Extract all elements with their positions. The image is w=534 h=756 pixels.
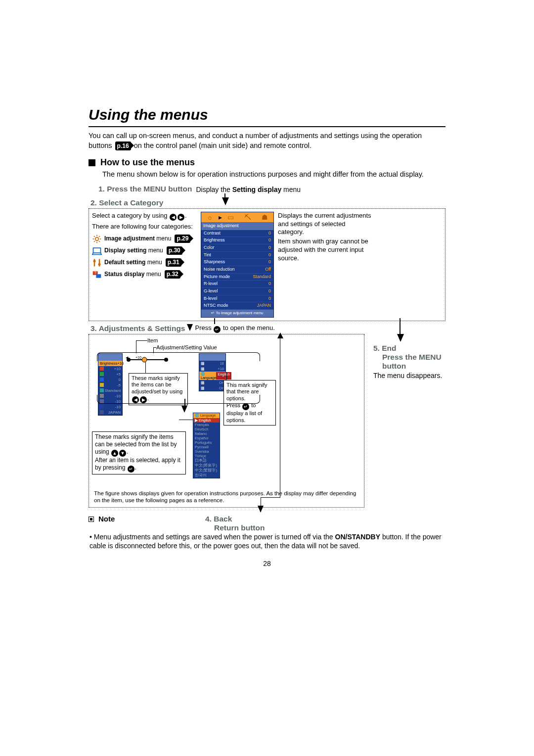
down-arrow-icon: ▼	[119, 450, 126, 457]
monitor-tab-icon: ▭	[222, 212, 239, 222]
svg-rect-9	[93, 248, 101, 253]
osd-row: Contrast0	[201, 230, 273, 237]
tools-icon	[92, 258, 102, 268]
cat-image-adjustment: Image adjustment menu p.29	[92, 234, 197, 244]
svg-point-10	[93, 260, 96, 262]
osd-panel-2: ▦16▦+10 🌐 LanguageEnglish ▦On▦On	[199, 353, 226, 391]
page-ref-32: p.32	[165, 270, 180, 279]
cat-default-setting: Default setting menu p.31	[92, 258, 197, 268]
step-3-disclaimer: The figure shows displays given for oper…	[91, 488, 362, 506]
monitor-icon	[92, 246, 102, 256]
status-icon: ?	[92, 270, 102, 280]
step-5: 5. End Press the MENU button The menu di…	[373, 318, 452, 379]
howto-heading-row: How to use the menus	[89, 157, 445, 168]
osd-preview: ☼ ▸ ▭ ⛏ ☗ Image adjustment Contrast0Brig…	[201, 212, 274, 318]
step-3-press: Press to open the menu.	[195, 324, 274, 333]
osd-header: Image adjustment	[201, 222, 273, 230]
enter-button-icon	[128, 466, 134, 472]
intro: You can call up on-screen menus, and con…	[89, 131, 445, 150]
enter-button-icon	[214, 326, 221, 333]
arrow-down-icon	[397, 318, 452, 342]
panel3-selected: ▶ English	[193, 418, 220, 423]
arrow-down-icon	[187, 324, 193, 332]
enter-button-icon	[242, 403, 249, 410]
svg-point-17	[142, 357, 147, 362]
page-ref-30: p.30	[167, 246, 182, 255]
page-ref-29: p.29	[175, 235, 190, 243]
panel1-selected: Brightness+10	[98, 361, 122, 366]
right-arrow-icon: ▶	[178, 214, 184, 221]
step-2-right: Displays the current adjustments and set…	[278, 212, 373, 318]
slider-graphic: ◀+10	[126, 356, 169, 364]
up-arrow-icon: ▲	[111, 450, 118, 457]
intro-text-b: on the control panel (main unit side) an…	[134, 142, 312, 149]
tools-tab-icon: ⛏	[239, 212, 257, 222]
label-item: Item	[147, 337, 158, 343]
howto-body: The menu shown below is for operation in…	[102, 170, 445, 180]
step-2-left: Select a category by using ◀▶. There are…	[92, 212, 197, 318]
panel-header-icon	[199, 354, 225, 361]
cat-display-setting: Display setting menu p.30	[92, 246, 197, 256]
arrow-up-icon	[277, 332, 283, 338]
page-ref-16: p.16	[115, 142, 131, 150]
osd-row: B-level0	[201, 295, 273, 303]
page: Using the menus You can call up on-scree…	[89, 106, 445, 567]
step-4-title: 4. Back	[205, 515, 265, 523]
step-5-title: 5. End	[373, 344, 452, 353]
panel3-header: 🌐 Language	[193, 413, 220, 418]
step-5-sub: Press the MENU button	[382, 353, 452, 371]
osd-panel-3: 🌐 Language ▶ English FrançaisDeutschItal…	[193, 413, 220, 478]
osd-row: Color0	[201, 244, 273, 252]
osd-footer: ↵ To image adjustment menu	[201, 310, 273, 317]
step-4-sub: Return button	[214, 523, 265, 532]
note-list-marks: These marks signify the items can be sel…	[92, 431, 186, 474]
osd-row: Picture modeStandard	[201, 274, 273, 281]
page-ref-31: p.31	[166, 258, 181, 267]
left-arrow-icon: ◀	[170, 214, 177, 221]
arrow-down-icon	[212, 318, 215, 324]
panel-row: JAPAN	[98, 410, 122, 415]
step-5-body: The menu disappears.	[373, 372, 452, 379]
osd-tabs: ☼ ▸ ▭ ⛏ ☗	[201, 212, 273, 222]
label-value: Adjustment/Setting Value	[156, 344, 217, 350]
square-bullet-icon	[89, 159, 95, 166]
osd-row: Brightness0	[201, 237, 273, 244]
svg-rect-13	[96, 274, 101, 278]
step-2-box: Select a category by using ◀▶. There are…	[89, 208, 445, 321]
svg-line-7	[94, 241, 95, 242]
page-title: Using the menus	[89, 106, 445, 127]
arrow-down-icon	[222, 193, 229, 205]
note-heading: Note	[98, 515, 115, 523]
step-3-title: 3. Adjustments & Settings	[90, 324, 185, 333]
osd-row: R-level0	[201, 281, 273, 288]
panel-row: +5	[98, 372, 122, 377]
note-bullet-icon	[89, 517, 94, 522]
step-2-title: 2. Select a Category	[90, 198, 163, 207]
svg-point-11	[98, 263, 101, 265]
osd-panel-1: Brightness+10 +10+50-5Standard-10-10-10J…	[98, 353, 123, 416]
osd-row: Sharpness0	[201, 259, 273, 266]
svg-line-8	[99, 236, 100, 237]
svg-line-5	[94, 236, 95, 237]
panel2-selected: 🌐 LanguageEnglish	[199, 372, 225, 380]
svg-text:?: ?	[94, 271, 96, 275]
osd-row: Noise reductionOff	[201, 266, 273, 274]
svg-point-0	[95, 237, 99, 240]
sun-icon	[92, 234, 102, 244]
osd-rows: Contrast0Brightness0Color0Tint0Sharpness…	[201, 230, 273, 310]
svg-point-18	[164, 358, 168, 362]
step-3-box: Item Adjustment/Setting Value Brightness…	[89, 334, 364, 508]
panel-row: -5	[98, 382, 122, 388]
step-1: 1. Press the MENU button Display the Set…	[98, 185, 445, 193]
svg-text:+10: +10	[135, 356, 141, 359]
cat-status-display: ? Status display menu p.32	[92, 270, 197, 280]
note-body: • Menu adjustments and settings are save…	[89, 532, 445, 551]
step-1-title: 1. Press the MENU button	[98, 185, 192, 193]
osd-row: NTSC modeJAPAN	[201, 302, 273, 310]
osd-row: Tint0	[201, 252, 273, 259]
sun-tab-icon: ☼	[201, 212, 219, 222]
panel-row: 0	[98, 377, 122, 382]
step-1-sub: Display the Setting display menu	[196, 186, 301, 193]
panel-row: Standard	[98, 388, 122, 393]
panel-row: +10	[98, 366, 122, 372]
